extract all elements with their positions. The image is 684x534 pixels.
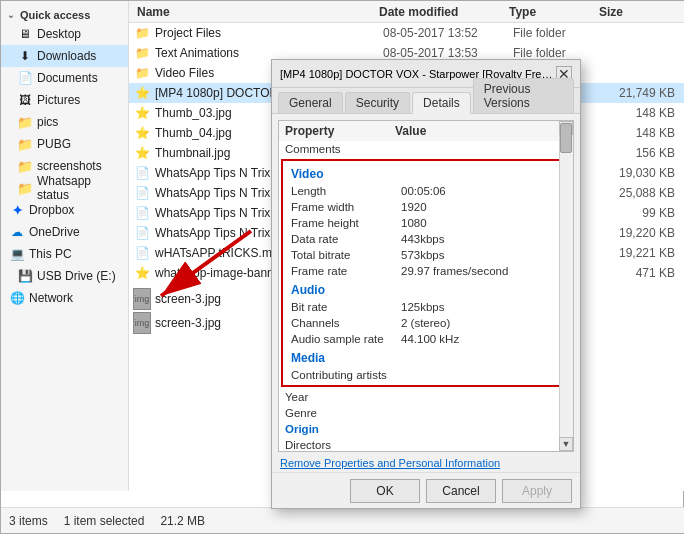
prop-value xyxy=(389,437,559,452)
file-size: 148 KB xyxy=(603,126,683,140)
prop-name: Directors xyxy=(279,437,389,452)
remove-properties-link[interactable]: Remove Properties and Personal Informati… xyxy=(280,457,500,469)
col-name-header[interactable]: Name xyxy=(129,5,379,19)
tab-previous-versions[interactable]: Previous Versions xyxy=(473,78,574,113)
sidebar-item-pics[interactable]: 📁 pics xyxy=(1,111,128,133)
section-audio: Audio xyxy=(285,279,567,299)
sidebar-item-label: Desktop xyxy=(37,27,81,41)
scroll-thumb[interactable] xyxy=(560,123,572,153)
col-size-header[interactable]: Size xyxy=(599,5,679,19)
status-bar: 3 items 1 item selected 21.2 MB xyxy=(1,507,684,533)
prop-name: Comments xyxy=(279,141,389,157)
sidebar-item-onedrive[interactable]: ☁ OneDrive xyxy=(1,221,128,243)
audio-props-table: Bit rate 125kbps Channels 2 (stereo) Aud… xyxy=(285,299,553,347)
sidebar-item-usb-drive[interactable]: 💾 USB Drive (E:) xyxy=(1,265,128,287)
list-item: Total bitrate 573kbps xyxy=(285,247,553,263)
prop-name: Contributing artists xyxy=(285,367,395,383)
apply-button[interactable]: Apply xyxy=(502,479,572,503)
file-type: File folder xyxy=(513,46,603,60)
file-size: 471 KB xyxy=(603,266,683,280)
file-name: Project Files xyxy=(155,26,383,40)
list-item: Frame rate 29.97 frames/second xyxy=(285,263,553,279)
desktop-icon: 🖥 xyxy=(17,26,33,42)
prop-value: 2 (stereo) xyxy=(395,315,553,331)
dialog-content: Property Value Comments Video Length xyxy=(272,114,580,480)
sidebar-item-dropbox[interactable]: ✦ Dropbox xyxy=(1,199,128,221)
file-date: 08-05-2017 13:53 xyxy=(383,46,513,60)
col-type-header[interactable]: Type xyxy=(509,5,599,19)
scroll-down-button[interactable]: ▼ xyxy=(559,437,573,451)
prop-value: 00:05:06 xyxy=(395,183,553,199)
prop-name: Frame height xyxy=(285,215,395,231)
sidebar-item-this-pc[interactable]: 💻 This PC xyxy=(1,243,128,265)
sidebar-item-label: Dropbox xyxy=(29,203,74,217)
folder-icon: 📁 xyxy=(17,180,33,196)
size-info: 21.2 MB xyxy=(160,514,205,528)
remaining-props-table: Year Genre Origin Directors xyxy=(279,389,559,452)
prop-value xyxy=(389,141,559,157)
col-date-header[interactable]: Date modified xyxy=(379,5,509,19)
list-item: Channels 2 (stereo) xyxy=(285,315,553,331)
folder-icon: 📁 xyxy=(133,64,151,82)
network-icon: 🌐 xyxy=(9,290,25,306)
sidebar-item-whatsapp-status[interactable]: 📁 Whatsapp status xyxy=(1,177,128,199)
image-icon: img xyxy=(133,290,151,308)
video-icon: 📄 xyxy=(133,164,151,182)
sidebar-item-pubg[interactable]: 📁 PUBG xyxy=(1,133,128,155)
tab-general[interactable]: General xyxy=(278,92,343,113)
section-origin: Origin xyxy=(279,421,559,437)
sidebar-item-label: screenshots xyxy=(37,159,102,173)
ok-button[interactable]: OK xyxy=(350,479,420,503)
dialog-scroll-area[interactable]: Property Value Comments Video Length xyxy=(278,120,574,452)
value-col-header: Value xyxy=(389,121,559,141)
tab-security[interactable]: Security xyxy=(345,92,410,113)
folder-icon: 📁 xyxy=(17,158,33,174)
prop-name: Year xyxy=(279,389,389,405)
video-props-table: Length 00:05:06 Frame width 1920 Frame h… xyxy=(285,183,553,279)
highlight-section: Video Length 00:05:06 Frame width 1920 F… xyxy=(281,159,571,387)
explorer-window: Quick access 🖥 Desktop ⬇ Downloads 📄 Doc… xyxy=(0,0,684,534)
list-item: Contributing artists xyxy=(285,367,553,383)
sidebar-item-label: Pictures xyxy=(37,93,80,107)
sidebar-item-label: Downloads xyxy=(37,49,96,63)
props-header: Property Value xyxy=(279,121,559,141)
dropbox-icon: ✦ xyxy=(9,202,25,218)
image-icon: ⭐ xyxy=(133,264,151,282)
file-size: 156 KB xyxy=(603,146,683,160)
prop-name: Frame width xyxy=(285,199,395,215)
image-icon: img xyxy=(133,314,151,332)
prop-value: 1080 xyxy=(395,215,553,231)
sidebar-item-desktop[interactable]: 🖥 Desktop xyxy=(1,23,128,45)
list-item: Frame width 1920 xyxy=(285,199,553,215)
file-size: 19,220 KB xyxy=(603,226,683,240)
cancel-button[interactable]: Cancel xyxy=(426,479,496,503)
file-size: 21,749 KB xyxy=(603,86,683,100)
folder-icon: 📁 xyxy=(17,114,33,130)
sidebar-item-label: USB Drive (E:) xyxy=(37,269,116,283)
prop-name: Frame rate xyxy=(285,263,395,279)
video-icon: 📄 xyxy=(133,184,151,202)
sidebar-quickaccess[interactable]: Quick access xyxy=(1,5,128,23)
sidebar-item-documents[interactable]: 📄 Documents xyxy=(1,67,128,89)
tab-details[interactable]: Details xyxy=(412,92,471,114)
sidebar-item-network[interactable]: 🌐 Network xyxy=(1,287,128,309)
list-item: Frame height 1080 xyxy=(285,215,553,231)
table-row[interactable]: 📁 Project Files 08-05-2017 13:52 File fo… xyxy=(129,23,684,43)
scroll-track[interactable]: ▲ ▼ xyxy=(559,121,573,451)
dialog-tabs: General Security Details Previous Versio… xyxy=(272,88,580,114)
prop-name: Total bitrate xyxy=(285,247,395,263)
video-icon: ⭐ xyxy=(133,84,151,102)
list-item: Length 00:05:06 xyxy=(285,183,553,199)
onedrive-icon: ☁ xyxy=(9,224,25,240)
selected-info: 1 item selected xyxy=(64,514,145,528)
section-media: Media xyxy=(285,347,567,367)
prop-value xyxy=(389,389,559,405)
sidebar-item-pictures[interactable]: 🖼 Pictures xyxy=(1,89,128,111)
file-size: 148 KB xyxy=(603,106,683,120)
file-date: 08-05-2017 13:52 xyxy=(383,26,513,40)
file-name: Text Animations xyxy=(155,46,383,60)
pictures-icon: 🖼 xyxy=(17,92,33,108)
prop-name: Length xyxy=(285,183,395,199)
folder-icon: 📁 xyxy=(133,44,151,62)
sidebar-item-downloads[interactable]: ⬇ Downloads xyxy=(1,45,128,67)
